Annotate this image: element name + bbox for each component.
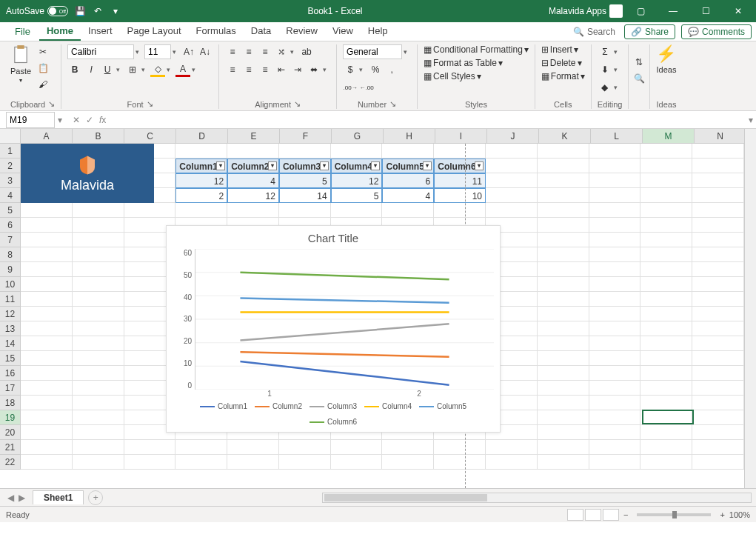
cell[interactable] [692,277,744,292]
cell[interactable]: 5 [279,173,331,188]
cell[interactable] [640,336,692,351]
orientation-icon[interactable]: ⤭ [274,44,289,59]
cell[interactable] [538,188,589,203]
fill-icon[interactable]: ⬇ [598,62,612,77]
maximize-icon[interactable]: ☐ [691,0,720,22]
row-header[interactable]: 3 [0,173,20,188]
row-header[interactable]: 21 [0,440,20,455]
dialog-launcher-icon[interactable]: ↘ [48,99,55,109]
cell[interactable] [640,321,692,336]
cell[interactable]: 11 [434,173,486,188]
cell[interactable] [434,203,486,218]
legend-item[interactable]: Column1 [200,402,247,410]
autosave-toggle[interactable]: AutoSave Off [6,6,68,16]
cell[interactable]: 4 [227,173,279,188]
ribbon-tab-insert[interactable]: Insert [81,22,120,41]
cell[interactable] [692,262,744,277]
cell[interactable] [21,292,73,307]
cell[interactable] [21,233,73,247]
cell[interactable] [227,440,279,455]
cell[interactable] [640,218,692,233]
cell[interactable] [21,351,73,366]
cell[interactable] [538,336,589,351]
row-header[interactable]: 7 [0,233,20,247]
copy-icon[interactable]: 📋 [36,61,50,76]
chart-legend[interactable]: Column1Column2Column3Column4Column5Colum… [173,402,494,426]
cell[interactable] [73,218,124,233]
row-header[interactable]: 22 [0,455,20,470]
cell[interactable] [73,307,124,321]
name-box[interactable] [6,112,55,128]
cell[interactable] [486,440,538,455]
row-header[interactable]: 6 [0,218,20,233]
align-top-icon[interactable]: ≡ [225,44,240,59]
column-header[interactable]: L [591,129,643,143]
cell[interactable] [640,277,692,292]
cell[interactable] [538,396,589,410]
cell[interactable] [589,425,641,440]
cell[interactable] [692,396,744,410]
cell[interactable] [73,455,124,470]
cell[interactable] [21,307,73,321]
cell[interactable] [692,159,744,173]
cell[interactable] [73,247,124,262]
cell[interactable] [73,321,124,336]
cell[interactable] [640,366,692,381]
align-middle-icon[interactable]: ≡ [241,44,256,59]
row-header[interactable]: 8 [0,247,20,262]
cell[interactable] [640,262,692,277]
cell[interactable] [589,321,641,336]
sort-filter-icon[interactable]: ⇅ [632,55,646,70]
fx-icon[interactable]: fx [99,115,106,125]
cell[interactable] [589,262,641,277]
cell[interactable] [589,381,641,396]
cell[interactable] [486,173,538,188]
cell[interactable] [640,381,692,396]
ribbon-display-icon[interactable]: ▢ [626,0,655,22]
cell[interactable] [382,144,434,159]
row-header[interactable]: 12 [0,307,20,321]
page-break-view-icon[interactable] [603,509,619,521]
cell[interactable] [692,366,744,381]
cell[interactable] [73,396,124,410]
legend-item[interactable]: Column5 [419,402,466,410]
cell[interactable] [589,396,641,410]
cell[interactable] [73,351,124,366]
cell[interactable] [589,455,641,470]
cancel-formula-icon[interactable]: ✕ [73,115,80,125]
cell[interactable] [538,159,589,173]
align-center-icon[interactable]: ≡ [241,62,256,77]
cell[interactable] [175,440,227,455]
row-header[interactable]: 15 [0,351,20,366]
ribbon-tab-home[interactable]: Home [39,22,81,41]
cell[interactable] [589,247,641,262]
cell[interactable] [73,410,124,425]
namebox-dropdown-icon[interactable]: ▾ [55,115,65,125]
ideas-button[interactable]: ⚡ Ideas [656,44,676,74]
cell[interactable] [21,381,73,396]
cell[interactable] [486,159,538,173]
column-header[interactable]: I [435,129,487,143]
decrease-font-icon[interactable]: A↓ [198,44,213,59]
legend-item[interactable]: Column6 [310,418,357,426]
column-header[interactable]: E [228,129,280,143]
minimize-icon[interactable]: — [658,0,688,22]
share-button[interactable]: 🔗 Share [624,24,675,39]
filter-dropdown-icon[interactable]: ▾ [371,161,380,170]
cell[interactable] [486,188,538,203]
cell[interactable] [589,410,641,425]
save-icon[interactable]: 💾 [74,5,86,17]
column-header[interactable]: C [124,129,176,143]
cell[interactable]: Column6▾ [434,159,486,173]
row-header[interactable]: 1 [0,144,20,159]
cell[interactable] [331,144,383,159]
cell[interactable]: Column4▾ [331,159,383,173]
cell[interactable] [73,425,124,440]
cell[interactable] [692,410,744,425]
cell[interactable] [538,262,589,277]
cell[interactable] [538,366,589,381]
zoom-out-icon[interactable]: − [623,510,628,519]
cell[interactable] [589,336,641,351]
column-header[interactable]: K [539,129,591,143]
row-header[interactable]: 11 [0,292,20,307]
